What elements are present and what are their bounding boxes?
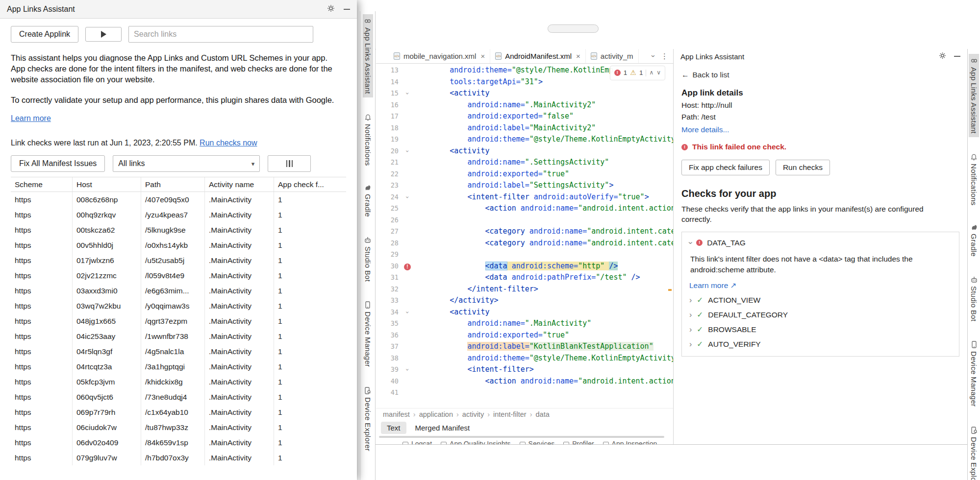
table-row[interactable]: https048jg1x665/qgrt37ezpm.MainActivity1 [11,313,346,329]
tool-tab-gradle[interactable]: Gradle [969,221,979,260]
check-row-data-tag[interactable]: › ! DATA_TAG [689,239,952,247]
breadcrumb-item[interactable]: activity [462,410,484,418]
learn-more-link[interactable]: Learn more [11,114,51,123]
inspection-widget[interactable]: ! 1 ⚠ 1 ∧ ∨ [610,66,665,80]
window-title-bar[interactable]: App Links Assistant [0,0,357,19]
code-line[interactable]: 15› <activity [376,88,673,99]
fold-icon[interactable]: › [402,364,412,376]
code-line[interactable]: 29 [376,249,673,261]
code-line[interactable]: 39› <intent-filter> [376,364,673,376]
code-line[interactable]: 31 <data android:pathPrefix="/test" /> [376,272,673,284]
gear-icon[interactable] [939,52,946,61]
table-row[interactable]: https04rtcqtz3a/3a1hgptqgi.MainActivity1 [11,359,346,374]
bottom-tab-merged-manifest[interactable]: Merged Manifest [409,422,476,434]
check-row-browsable[interactable]: ›✓BROWSABLE [689,325,952,334]
play-button[interactable] [85,27,122,42]
table-row[interactable]: https00hq9zrkqv/yzu4kpeas7.MainActivity1 [11,207,346,222]
table-row[interactable]: https06ciudok7w/tu87hwp33z.MainActivity1 [11,420,346,435]
column-header[interactable]: Activity name [205,177,274,192]
tool-tab-device-manager[interactable]: Device Manager [969,337,979,410]
check-row-default-category[interactable]: ›✓DEFAULT_CATEGORY [689,311,952,319]
code-line[interactable]: 26 [376,215,673,226]
tool-tab-notifications[interactable]: Notifications [363,110,373,169]
table-row[interactable]: https05kfcp3jvm/khidckix8g.MainActivity1 [11,374,346,389]
code-line[interactable]: 25 <action android:name="android.intent.… [376,203,673,215]
code-line[interactable]: 34› <activity [376,307,673,318]
code-line[interactable]: 16 android:name=".MainActivity2" [376,99,673,111]
more-details-link[interactable]: More details... [681,125,729,134]
code-line[interactable]: 30! <data android:scheme="http" /> [376,261,673,272]
tool-tab-app-links-assistant[interactable]: App Links Assistant [363,14,373,97]
code-line[interactable]: 36 android:exported="true" [376,330,673,341]
next-issue-icon[interactable]: ∨ [656,67,661,79]
code-line[interactable]: 28 <category android:name="android.inten… [376,238,673,249]
horizontal-scrollbar[interactable] [376,436,673,439]
tool-window-button-app-quality-insights[interactable]: App Quality Insights [441,439,511,444]
back-to-list-link[interactable]: ← Back to list [681,71,729,79]
table-row[interactable]: https03axxd3mi0/e6g63mim....MainActivity… [11,283,346,298]
table-row[interactable]: https00tskcza62/5lknugk9se.MainActivity1 [11,222,346,238]
table-row[interactable]: https079g9luv7w/h7bd07ox3y.MainActivity1 [11,450,346,465]
table-row[interactable]: https04r5lqn3gf/4g5nalc1la.MainActivity1 [11,344,346,359]
code-line[interactable]: 23 android:label="SettingsActivity"> [376,180,673,192]
close-tab-icon[interactable]: × [480,52,485,60]
table-row[interactable]: https069p7r79rh/c1x64yab10.MainActivity1 [11,405,346,420]
column-header[interactable]: Path [141,177,205,192]
create-applink-button[interactable]: Create Applink [11,26,78,43]
bottom-tab-text[interactable]: Text [381,422,406,434]
chevron-down-icon[interactable]: › [650,55,658,57]
prev-issue-icon[interactable]: ∧ [649,67,653,79]
editor-tab-mobile_navigation-xml[interactable]: mobile_navigation.xml× [389,49,490,63]
tool-tab-notifications[interactable]: Notifications [969,150,979,209]
code-line[interactable]: 38 android:theme="@style/Theme.KotlinEmp… [376,353,673,364]
tool-window-button-profiler[interactable]: Profiler [563,439,594,444]
code-line[interactable]: 21 android:name=".SettingsActivity" [376,157,673,168]
fold-icon[interactable]: › [402,88,412,99]
table-row[interactable]: https00v5hhld0j/o0xhs14ykb.MainActivity1 [11,238,346,253]
table-row[interactable]: https008c6z68np/407e09q5x0.MainActivity1 [11,192,346,207]
code-line[interactable]: 40 <action android:name="android.intent.… [376,376,673,387]
column-settings-button[interactable] [268,155,311,172]
code-line[interactable]: 19 android:theme="@style/Theme.KotlinEmp… [376,134,673,145]
fold-icon[interactable]: › [402,307,412,318]
breadcrumb-item[interactable]: data [536,410,550,418]
code-line[interactable]: 41 [376,387,673,399]
fix-app-check-failures-button[interactable]: Fix app check failures [681,160,770,175]
code-line[interactable]: 20› <activity [376,145,673,157]
code-line[interactable]: 24› <intent-filter android:autoVerify="t… [376,192,673,203]
breadcrumb-item[interactable]: application [419,410,453,418]
fix-all-manifest-issues-button[interactable]: Fix All Manifest Issues [11,155,105,172]
column-header[interactable]: Host [73,177,141,192]
links-filter-dropdown[interactable]: All links ▾ [113,155,260,172]
code-line[interactable]: 32 </intent-filter> [376,284,673,295]
table-row[interactable]: https03wq7w2kbu/y0qqimaw3s.MainActivity1 [11,298,346,313]
run-checks-button[interactable]: Run checks [776,160,830,175]
tool-window-button-services[interactable]: Services [520,439,555,444]
kebab-menu-icon[interactable]: ⋮ [661,52,668,61]
check-row-auto-verify[interactable]: ›✓AUTO_VERIFY [689,340,952,349]
code-line[interactable]: 37 android:label="KotlinBlankTestApplica… [376,341,673,353]
fold-icon[interactable]: › [402,145,412,157]
close-tab-icon[interactable]: × [576,52,580,60]
tool-tab-gradle[interactable]: Gradle [363,182,373,220]
minimize-icon[interactable] [344,9,350,10]
fold-icon[interactable]: › [402,192,412,203]
breadcrumb-item[interactable]: intent-filter [493,410,527,418]
tool-tab-device-explorer[interactable]: Device Explorer [969,423,979,480]
scrollbar-thumb[interactable] [379,436,664,438]
code-line[interactable]: 22 android:exported="true" [376,168,673,180]
tool-tab-studio-bot[interactable]: Studio Bot [363,233,373,285]
search-links-input[interactable] [128,26,313,43]
code-editor[interactable]: 13 android:theme="@style/Theme.KotlinEmp… [376,64,673,408]
table-row[interactable]: https017jwlxzn6/u5t2usab5j.MainActivity1 [11,253,346,268]
editor-tab-androidmanifest-xml[interactable]: AndroidManifest.xml× [490,49,586,63]
code-line[interactable]: 17 android:exported="false" [376,111,673,122]
check-row-action-view[interactable]: ›✓ACTION_VIEW [689,296,952,305]
tool-window-button-logcat[interactable]: Logcat [402,439,432,444]
run-checks-now-link[interactable]: Run checks now [200,139,257,147]
learn-more-link[interactable]: Learn more ↗ [689,281,736,290]
tool-tab-studio-bot[interactable]: Studio Bot [969,273,979,325]
minimize-icon[interactable] [954,56,960,57]
editor-tab-activity_m[interactable]: activity_m [586,49,639,63]
table-row[interactable]: https02jv21zzmc/l059v8t4e9.MainActivity1 [11,268,346,283]
